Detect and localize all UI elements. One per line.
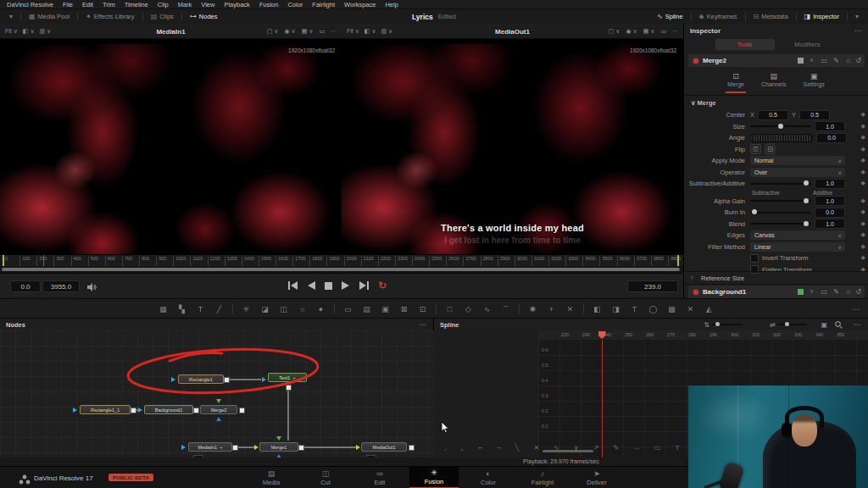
slider-track[interactable]	[750, 125, 811, 127]
inspector-node-header-merge2[interactable]: Merge2 ∨ ▭ ✎ ⌂ ↺	[688, 54, 865, 67]
angle-dial[interactable]	[750, 134, 813, 142]
inspector-tab-modifiers[interactable]: Modifiers	[778, 39, 837, 50]
keyframe-diamond-icon[interactable]: ◆	[861, 134, 865, 141]
fusion-tool-icon-18[interactable]: ✱	[527, 304, 538, 315]
node-output-port[interactable]	[232, 445, 238, 451]
play-button[interactable]	[342, 281, 349, 290]
node-subtab-settings[interactable]: ▣Settings	[802, 71, 826, 93]
fusion-tool-icon-19[interactable]: +	[546, 304, 557, 315]
guides-select[interactable]: ▦ ∨	[643, 28, 655, 35]
menu-item-trim[interactable]: Trim	[103, 1, 115, 8]
menu-item-fusion[interactable]: Fusion	[259, 1, 279, 8]
keyframe-diamond-icon[interactable]: ◆	[861, 254, 865, 261]
page-tab-color[interactable]: ◐Color	[464, 467, 513, 488]
page-tab-cut[interactable]: ◫Cut	[301, 467, 350, 488]
node-output-port[interactable]	[286, 385, 292, 391]
merge-section-header[interactable]: ∨ Merge	[691, 99, 716, 107]
fusion-tool-icon-20[interactable]: ✕	[565, 304, 576, 315]
fusion-tool-icon-25[interactable]: ▩	[666, 304, 677, 315]
slider-track[interactable]	[750, 212, 811, 214]
node-output-port[interactable]	[131, 408, 136, 413]
out-point-field[interactable]: 3955.0	[42, 280, 80, 292]
spline-tool-icon-1[interactable]: ◟	[461, 444, 464, 452]
menu-item-fairlight[interactable]: Fairlight	[312, 1, 335, 8]
timeline-scrollbar[interactable]	[0, 266, 683, 273]
fusion-tool-icon-0[interactable]: ▦	[158, 304, 169, 315]
spline-button[interactable]: ∿Spline	[651, 9, 689, 24]
fusion-tool-icon-22[interactable]: ◨	[610, 304, 621, 315]
ab-compare-select[interactable]: ◧ ∨	[364, 28, 376, 35]
keyframe-diamond-icon[interactable]: ◆	[861, 197, 865, 204]
fusion-tool-icon-11[interactable]: ▣	[380, 304, 391, 315]
spline-tool-icon-5[interactable]: ✕	[533, 444, 539, 452]
node-output-port[interactable]	[193, 408, 199, 413]
node-graph[interactable]: Rectangle1Text1+Rectangle1_1Background1M…	[0, 330, 434, 458]
expand-viewer-button[interactable]: ▭	[660, 28, 666, 35]
menu-item-help[interactable]: Help	[385, 1, 398, 8]
effects-library-button[interactable]: ✦Effects Library	[80, 9, 141, 24]
spline-tool-icon-8[interactable]: ↗	[593, 444, 599, 452]
current-frame-field[interactable]: 239.0	[627, 280, 678, 292]
fusion-tool-icon-16[interactable]: ∿	[481, 304, 492, 315]
chevron-down-icon[interactable]: ∨	[810, 57, 814, 64]
viewer-canvas[interactable]: 1920x1080xfloat32There's a world inside …	[342, 39, 683, 254]
node-subtab-merge[interactable]: ⊡Merge	[726, 71, 746, 93]
ab-compare-select[interactable]: ◧ ∨	[23, 28, 35, 35]
node-rectangle1[interactable]: Rectangle1	[178, 374, 224, 384]
spline-tool-icon-11[interactable]: ▭	[654, 444, 661, 452]
node-rectangle1_1[interactable]: Rectangle1_1	[80, 405, 131, 414]
fusion-tool-icon-15[interactable]: ◇	[463, 304, 474, 315]
fusion-tool-icon-10[interactable]: ▤	[361, 304, 372, 315]
fusion-tool-icon-8[interactable]: ●	[315, 304, 326, 315]
node-enable-dot[interactable]	[693, 290, 698, 295]
spline-tool-icon-2[interactable]: ⌐	[478, 444, 482, 452]
keyframe-diamond-icon[interactable]: ◆	[861, 146, 865, 152]
play-reverse-button[interactable]	[308, 281, 315, 290]
slider-thumb[interactable]	[752, 209, 757, 214]
reset-icon[interactable]: ↺	[855, 57, 861, 64]
inspector-tab-tools[interactable]: Tools	[715, 39, 775, 50]
keyframe-diamond-icon[interactable]: ◆	[861, 243, 865, 250]
page-tab-edit[interactable]: ≔Edit	[355, 467, 404, 488]
page-tab-media[interactable]: ▤Media	[247, 467, 296, 488]
keyframe-diamond-icon[interactable]: ◆	[861, 111, 865, 118]
page-tab-fusion[interactable]: ✳Fusion	[409, 467, 459, 488]
inspector-node-header-background1[interactable]: Background1 ∨ ▭ ✎ ⌂ ↺	[688, 286, 865, 298]
fusion-tool-icon-4[interactable]: ✳	[241, 304, 252, 315]
copy-settings-icon[interactable]: ▭	[821, 57, 827, 64]
spline-tool-icon-0[interactable]: ◞	[444, 444, 447, 452]
spline-tool-icon-9[interactable]: ✎	[613, 444, 619, 452]
spline-vzoom-slider[interactable]: ⇅	[704, 320, 741, 329]
operator-select[interactable]: Over∨	[750, 168, 845, 177]
menu-item-timeline[interactable]: Timeline	[125, 1, 148, 8]
keyframe-diamond-icon[interactable]: ◆	[861, 169, 865, 175]
keyframes-button[interactable]: ◈Keyframes	[693, 9, 743, 24]
in-point-field[interactable]: 0.0	[10, 280, 41, 292]
menu-item-workspace[interactable]: Workspace	[344, 1, 376, 8]
flip-horizontal-button[interactable]: ◫	[750, 144, 761, 154]
slider-track[interactable]	[750, 223, 811, 225]
timeline-playhead[interactable]	[43, 255, 44, 267]
panel-toggle-right-icon[interactable]: ▾	[849, 9, 865, 24]
loop-button[interactable]: ↻	[378, 280, 387, 291]
node-merge1[interactable]: Merge1	[259, 442, 298, 452]
spline-tool-icon-4[interactable]: ╲	[515, 444, 520, 452]
fusion-tool-icon-1[interactable]: ▚	[176, 304, 187, 315]
value-field[interactable]: 1.0	[815, 196, 845, 206]
menu-item-mark[interactable]: Mark	[178, 1, 192, 8]
color-controls-select[interactable]: ◉ ∨	[285, 28, 296, 35]
node-background1[interactable]: Background1	[144, 405, 193, 414]
pencil-icon[interactable]: ✎	[833, 57, 839, 64]
keyframe-diamond-icon[interactable]: ◆	[861, 157, 865, 164]
first-frame-button[interactable]	[288, 281, 298, 290]
filter-method-select[interactable]: Linear∨	[750, 242, 845, 252]
spline-hzoom-slider[interactable]: ⇄	[770, 320, 807, 329]
fusion-tool-icon-21[interactable]: ◧	[592, 304, 603, 315]
reset-icon[interactable]: ↺	[855, 288, 861, 296]
slider-thumb[interactable]	[804, 221, 809, 226]
viewer-options-icon[interactable]: ⋯	[331, 28, 337, 35]
menu-item-davinci-resolve[interactable]: DaVinci Resolve	[7, 1, 53, 8]
chevron-down-icon[interactable]: ∨	[810, 288, 814, 295]
keyframe-diamond-icon[interactable]: ◆	[861, 231, 865, 238]
node-output-port[interactable]	[409, 445, 415, 451]
